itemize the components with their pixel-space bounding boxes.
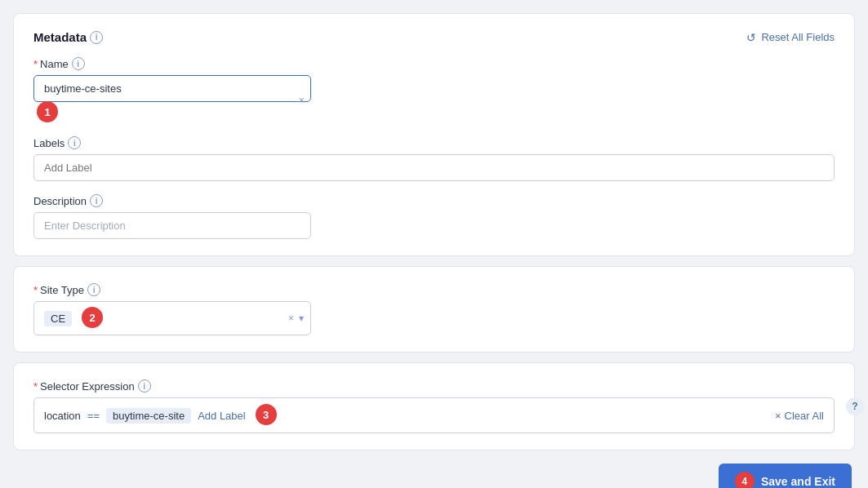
selector-operator: == xyxy=(87,410,100,422)
labels-info-icon[interactable]: i xyxy=(68,136,81,149)
labels-label: Labels i xyxy=(33,136,835,149)
metadata-card: Metadata i ↺ Reset All Fields * Name i ×… xyxy=(13,13,855,256)
reset-icon: ↺ xyxy=(746,31,756,44)
name-info-icon[interactable]: i xyxy=(72,57,85,70)
select-chevron-icon[interactable]: ▾ xyxy=(299,313,304,324)
name-clear-icon[interactable]: × xyxy=(298,93,305,105)
name-label: * Name i xyxy=(33,57,835,70)
labels-input[interactable] xyxy=(33,154,835,181)
selector-step-badge: 3 xyxy=(256,404,277,425)
selector-field-name: location xyxy=(44,410,81,422)
name-input[interactable] xyxy=(33,75,311,102)
site-type-label: * Site Type i xyxy=(33,283,835,296)
site-type-field-group: * Site Type i CE 2 × ▾ xyxy=(33,283,835,335)
clear-all-button[interactable]: × Clear All xyxy=(775,410,824,422)
site-type-info-icon[interactable]: i xyxy=(87,283,100,296)
selector-row: location == buytime-ce-site Add Label 3 … xyxy=(33,397,835,433)
reset-label: Reset All Fields xyxy=(761,31,835,43)
description-field-group: Description i xyxy=(33,194,835,239)
select-controls: × ▾ xyxy=(288,313,304,324)
name-field-group: * Name i × 1 xyxy=(33,57,835,123)
name-step-badge: 1 xyxy=(37,101,58,122)
footer-row: 4 Save and Exit xyxy=(13,464,855,488)
select-clear-icon[interactable]: × xyxy=(288,313,294,324)
metadata-title: Metadata xyxy=(33,30,87,44)
add-label-link[interactable]: Add Label xyxy=(198,410,246,422)
selector-label: * Selector Expression i xyxy=(33,379,835,393)
name-required-star: * xyxy=(33,58,38,70)
metadata-header: Metadata i ↺ Reset All Fields xyxy=(33,30,835,44)
site-type-required-star: * xyxy=(33,284,38,296)
selector-help-icon[interactable]: ? xyxy=(846,397,864,415)
site-type-select[interactable]: CE 2 × ▾ xyxy=(33,301,311,335)
selector-value: buytime-ce-site xyxy=(106,408,191,424)
selector-required-star: * xyxy=(33,380,38,393)
selector-field-group: * Selector Expression i location == buyt… xyxy=(33,379,835,433)
selector-info-icon[interactable]: i xyxy=(138,379,151,393)
metadata-info-icon[interactable]: i xyxy=(90,31,103,44)
description-input[interactable] xyxy=(33,212,311,239)
save-exit-button[interactable]: 4 Save and Exit xyxy=(719,464,852,488)
description-label: Description i xyxy=(33,194,835,207)
name-input-wrapper: × 1 xyxy=(33,75,311,123)
metadata-title-group: Metadata i xyxy=(33,30,103,44)
clear-all-label: Clear All xyxy=(785,410,824,422)
save-exit-badge: 4 xyxy=(735,472,754,488)
labels-field-group: Labels i xyxy=(33,136,835,181)
save-exit-label: Save and Exit xyxy=(761,475,835,488)
site-type-card: * Site Type i CE 2 × ▾ xyxy=(13,266,855,353)
selector-card: ? * Selector Expression i location == bu… xyxy=(13,362,855,450)
reset-all-fields-link[interactable]: ↺ Reset All Fields xyxy=(746,31,835,44)
description-info-icon[interactable]: i xyxy=(90,194,103,207)
ce-tag: CE xyxy=(44,311,72,326)
clear-all-x-icon: × xyxy=(775,410,781,422)
site-type-step-badge: 2 xyxy=(82,307,103,328)
